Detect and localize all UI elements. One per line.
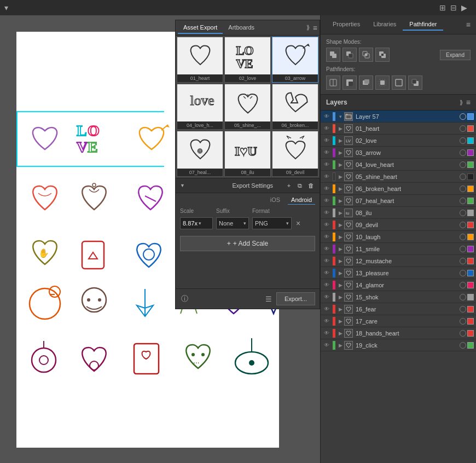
layer-row-02[interactable]: 👁 ▶ LV 02_love bbox=[321, 135, 476, 147]
copy-setting-icon[interactable]: ⧉ bbox=[295, 181, 304, 190]
layer-circle-08[interactable] bbox=[460, 210, 466, 216]
asset-thumb-05-shine[interactable]: 05_shine_... bbox=[224, 84, 271, 130]
layer-row-16[interactable]: 👁 ▶ 16_fear bbox=[321, 303, 476, 315]
arrow-right-icon[interactable]: ▶ bbox=[461, 3, 467, 12]
chevron-main[interactable]: ▾ bbox=[338, 113, 343, 120]
layer-circle-09[interactable] bbox=[460, 222, 466, 228]
layer-circle-14[interactable] bbox=[460, 282, 466, 288]
layer-circle-17[interactable] bbox=[460, 318, 466, 325]
chevron-07[interactable]: ▶ bbox=[338, 197, 343, 205]
layer-circle-03[interactable] bbox=[460, 149, 466, 156]
layer-row-17[interactable]: 👁 ▶ 17_care bbox=[321, 315, 476, 327]
layer-row-07[interactable]: 👁 ▶ 07_heal_heart bbox=[321, 195, 476, 207]
layers-expand-icon[interactable]: ⟫ bbox=[460, 99, 463, 106]
layer-circle-02[interactable] bbox=[460, 137, 466, 144]
layer-circle-10[interactable] bbox=[460, 234, 466, 240]
eye-icon-15[interactable]: 👁 bbox=[323, 293, 330, 301]
layer-circle-13[interactable] bbox=[460, 270, 466, 276]
layer-row-15[interactable]: 👁 ▶ 15_shok bbox=[321, 291, 476, 303]
eye-icon-10[interactable]: 👁 bbox=[323, 233, 330, 241]
chevron-01[interactable]: ▶ bbox=[338, 125, 343, 132]
chevron-16[interactable]: ▶ bbox=[338, 305, 343, 313]
add-setting-icon[interactable]: + bbox=[285, 181, 293, 190]
asset-thumb-03-arrow[interactable]: 03_arrow bbox=[272, 37, 318, 83]
layer-circle-04[interactable] bbox=[460, 161, 466, 168]
chevron-17[interactable]: ▶ bbox=[338, 317, 343, 325]
asset-thumb-09-devil[interactable]: 09_devil bbox=[272, 131, 318, 177]
outline-button[interactable] bbox=[392, 76, 406, 90]
layer-row-18[interactable]: 👁 ▶ 18_hands_heart bbox=[321, 327, 476, 339]
tab-asset-export[interactable]: Asset Export bbox=[178, 22, 223, 34]
eye-icon-main[interactable]: 👁 bbox=[323, 113, 330, 120]
layer-row-05[interactable]: 👁 ▶ 05_shine_heart bbox=[321, 171, 476, 183]
minus-back-button[interactable] bbox=[408, 76, 422, 90]
eye-icon-09[interactable]: 👁 bbox=[323, 221, 330, 229]
asset-thumb-02-love[interactable]: LO VE 02_love bbox=[224, 37, 271, 83]
layer-circle-15[interactable] bbox=[460, 294, 466, 300]
list-view-icon[interactable]: ☰ bbox=[264, 294, 273, 303]
layer-row-10[interactable]: 👁 ▶ 10_laugh bbox=[321, 231, 476, 243]
eye-icon-01[interactable]: 👁 bbox=[323, 125, 330, 132]
merge-button[interactable] bbox=[359, 76, 373, 90]
chevron-10[interactable]: ▶ bbox=[338, 233, 343, 241]
minus-front-button[interactable] bbox=[343, 48, 357, 62]
chevron-11[interactable]: ▶ bbox=[338, 245, 343, 253]
eye-icon-12[interactable]: 👁 bbox=[323, 257, 330, 265]
layer-circle-19[interactable] bbox=[460, 342, 466, 349]
crop-button[interactable] bbox=[375, 76, 390, 90]
layer-circle-11[interactable] bbox=[460, 246, 466, 252]
layer-row-03[interactable]: 👁 ▶ 03_arrow bbox=[321, 147, 476, 159]
asset-thumb-06-broken[interactable]: 06_broken... bbox=[272, 84, 318, 130]
chevron-04[interactable]: ▶ bbox=[338, 161, 343, 169]
eye-icon-05[interactable]: 👁 bbox=[323, 173, 330, 181]
chevron-18[interactable]: ▶ bbox=[338, 329, 343, 337]
tab-artboards[interactable]: Artboards bbox=[223, 22, 260, 34]
tab-properties[interactable]: Properties bbox=[326, 19, 367, 31]
trim-button[interactable] bbox=[343, 76, 357, 90]
layer-row-14[interactable]: 👁 ▶ 14_glamor bbox=[321, 279, 476, 291]
chevron-06[interactable]: ▶ bbox=[338, 185, 343, 193]
layer-row-13[interactable]: 👁 ▶ 13_pleasure bbox=[321, 267, 476, 279]
exclude-button[interactable] bbox=[375, 48, 390, 62]
chevron-09[interactable]: ▶ bbox=[338, 221, 343, 229]
expand-icon[interactable]: ⟫ bbox=[306, 24, 310, 31]
eye-icon-11[interactable]: 👁 bbox=[323, 245, 330, 253]
tab-libraries[interactable]: Libraries bbox=[367, 19, 403, 31]
scale-value-input[interactable]: 8.87x ▾ bbox=[180, 217, 213, 229]
add-scale-button[interactable]: + + Add Scale bbox=[180, 236, 315, 251]
chevron-03[interactable]: ▶ bbox=[338, 149, 343, 157]
android-tab[interactable]: Android bbox=[288, 195, 315, 205]
grid-view-icon[interactable]: ⊞ bbox=[439, 3, 446, 12]
eye-icon-08[interactable]: 👁 bbox=[323, 209, 330, 217]
suffix-dropdown[interactable]: None ▾ bbox=[216, 217, 249, 229]
chevron-15[interactable]: ▶ bbox=[338, 293, 343, 301]
panel-menu-icon[interactable]: ≡ bbox=[313, 24, 317, 32]
layer-circle-01[interactable] bbox=[460, 125, 466, 132]
layer-circle-06[interactable] bbox=[460, 186, 466, 192]
eye-icon-14[interactable]: 👁 bbox=[323, 281, 330, 289]
remove-scale-icon[interactable]: × bbox=[296, 219, 300, 228]
menu-icon[interactable]: ▾ bbox=[4, 3, 8, 12]
eye-icon-04[interactable]: 👁 bbox=[323, 161, 330, 169]
layer-row-11[interactable]: 👁 ▶ 11_smile bbox=[321, 243, 476, 255]
divide-button[interactable] bbox=[326, 76, 340, 90]
export-button[interactable]: Export... bbox=[276, 292, 315, 305]
arrange-icon[interactable]: ⊟ bbox=[450, 3, 457, 12]
chevron-02[interactable]: ▶ bbox=[338, 137, 343, 144]
layer-circle-07[interactable] bbox=[460, 198, 466, 204]
format-dropdown[interactable]: PNG ▾ bbox=[252, 217, 292, 229]
info-icon[interactable]: ⓘ bbox=[180, 294, 189, 303]
intersect-button[interactable] bbox=[359, 48, 373, 62]
layer-circle-18[interactable] bbox=[460, 330, 466, 337]
layer-row-19[interactable]: 👁 ▶ 19_click bbox=[321, 339, 476, 351]
eye-icon-03[interactable]: 👁 bbox=[323, 149, 330, 157]
eye-icon-17[interactable]: 👁 bbox=[323, 317, 330, 325]
eye-icon-18[interactable]: 👁 bbox=[323, 329, 330, 337]
chevron-19[interactable]: ▶ bbox=[338, 342, 343, 349]
eye-icon-19[interactable]: 👁 bbox=[323, 342, 330, 349]
expand-button[interactable]: Expand bbox=[440, 50, 471, 60]
layer-row-01[interactable]: 👁 ▶ 01_heart bbox=[321, 123, 476, 135]
layer-visibility-circle-main[interactable] bbox=[460, 113, 466, 120]
layer-row-12[interactable]: 👁 ▶ 12_mustache bbox=[321, 255, 476, 267]
asset-thumb-07[interactable]: ⊕ 07_heal... bbox=[177, 131, 223, 177]
